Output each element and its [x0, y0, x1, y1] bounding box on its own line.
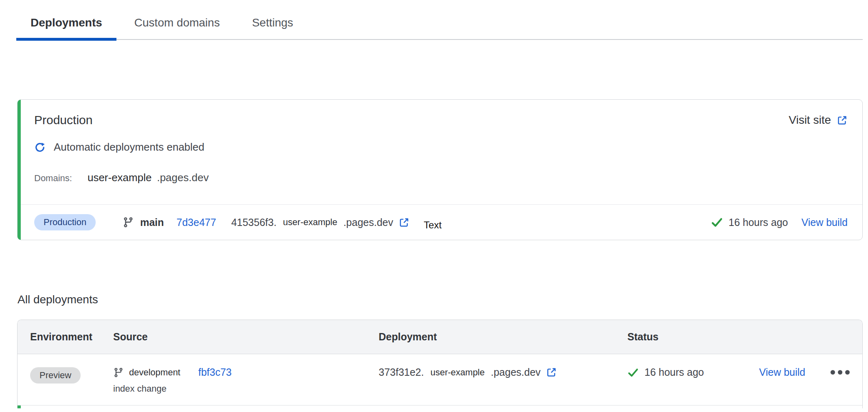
- deployment-time: 16 hours ago: [729, 217, 788, 228]
- deployment-domain-suffix: .pages.dev: [491, 366, 541, 378]
- table-header-row: Environment Source Deployment Status: [18, 320, 862, 354]
- environment-badge: Preview: [30, 367, 81, 384]
- column-header-environment: Environment: [30, 331, 113, 343]
- all-deployments-heading: All deployments: [18, 293, 868, 306]
- external-link-icon[interactable]: [399, 217, 410, 228]
- view-build-link[interactable]: View build: [759, 366, 805, 378]
- domain-suffix: .pages.dev: [157, 171, 208, 184]
- next-row-accent: [18, 405, 862, 408]
- deployment-domain: user-example: [430, 367, 484, 378]
- tab-settings[interactable]: Settings: [238, 10, 307, 39]
- commit-message: index change: [113, 384, 379, 394]
- domains-label: Domains:: [34, 173, 72, 184]
- tab-deployments[interactable]: Deployments: [16, 10, 116, 39]
- table-row: Preview development fbf3c73 index change…: [18, 354, 862, 405]
- external-link-icon: [837, 115, 848, 126]
- commit-link[interactable]: 7d3e477: [177, 217, 216, 228]
- column-header-status: Status: [627, 331, 862, 343]
- deployment-domain-suffix: .pages.dev: [343, 217, 393, 228]
- row-menu-button[interactable]: [831, 370, 850, 375]
- branch-name: main: [140, 217, 164, 228]
- branch-name: development: [129, 367, 180, 378]
- deployment-domain: user-example: [283, 217, 337, 228]
- deployment-url-link[interactable]: 415356f3. user-example .pages.dev: [216, 217, 410, 228]
- production-card: Production Visit site Automa: [17, 99, 863, 240]
- visit-site-label: Visit site: [789, 114, 831, 127]
- deployment-id: 415356f3.: [231, 217, 276, 228]
- success-check-icon: [711, 216, 723, 228]
- production-card-title: Production: [34, 113, 92, 127]
- auto-deploy-text: Automatic deployments enabled: [54, 141, 204, 153]
- deployment-note: Text: [424, 219, 442, 231]
- visit-site-link[interactable]: Visit site: [789, 114, 848, 127]
- git-branch-icon: [123, 217, 134, 228]
- domain-name: user-example: [88, 171, 152, 184]
- deployment-id: 373f31e2.: [379, 366, 424, 378]
- deployments-table: Environment Source Deployment Status Pre…: [17, 320, 863, 408]
- environment-badge: Production: [34, 214, 96, 230]
- column-header-deployment: Deployment: [379, 331, 627, 343]
- git-branch-icon: [113, 367, 124, 378]
- tab-custom-domains[interactable]: Custom domains: [120, 10, 234, 39]
- column-header-source: Source: [113, 331, 379, 343]
- success-check-icon: [627, 367, 639, 378]
- external-link-icon[interactable]: [546, 367, 557, 378]
- commit-link[interactable]: fbf3c73: [198, 366, 232, 378]
- deployment-time: 16 hours ago: [644, 366, 704, 378]
- view-build-link[interactable]: View build: [801, 217, 848, 228]
- tab-bar: Deployments Custom domains Settings: [16, 0, 863, 40]
- refresh-icon: [34, 142, 46, 153]
- production-deployment-row: Production main 7d3e477 415356f3. user-e…: [21, 204, 862, 240]
- deployment-url-link[interactable]: 373f31e2. user-example .pages.dev: [379, 366, 557, 378]
